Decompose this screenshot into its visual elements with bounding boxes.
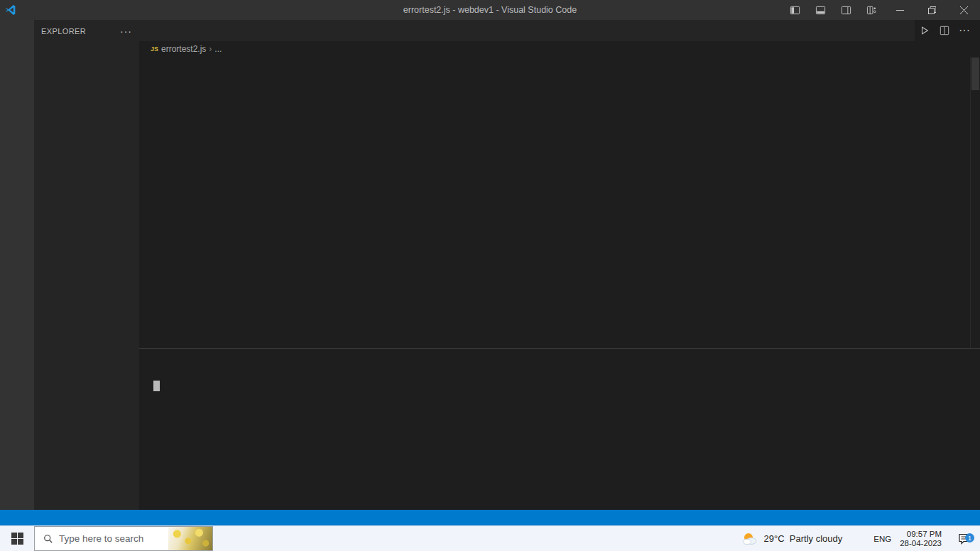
chevron-right-icon: › (209, 44, 212, 54)
terminal-output[interactable] (139, 373, 900, 510)
window-title: errortest2.js - webdev1 - Visual Studio … (403, 5, 577, 15)
tab-bar: ··· (139, 20, 980, 41)
close-button[interactable] (948, 0, 980, 20)
layout-sidebar-icon[interactable] (782, 0, 807, 20)
js-file-icon: JS (149, 45, 160, 53)
layout-secondary-sidebar-icon[interactable] (833, 0, 859, 20)
windows-taskbar: Type here to search 29°C Partly cloudy E… (0, 525, 980, 551)
clock-time: 09:57 PM (900, 530, 942, 539)
code-editor[interactable] (139, 57, 980, 348)
status-bar (0, 510, 980, 525)
explorer-header: EXPLORER (41, 27, 86, 36)
taskbar-search-input[interactable]: Type here to search (34, 526, 213, 551)
start-button[interactable] (0, 526, 34, 551)
bottom-panel (139, 348, 980, 510)
breadcrumb-file[interactable]: errortest2.js (161, 44, 206, 54)
breadcrumb-more[interactable]: ... (214, 44, 222, 54)
taskbar-clock[interactable]: 09:57 PM 28-04-2023 (900, 530, 942, 548)
taskbar-weather[interactable]: 29°C Partly cloudy (741, 531, 843, 547)
title-bar: errortest2.js - webdev1 - Visual Studio … (0, 0, 980, 20)
vscode-logo-icon (0, 4, 21, 16)
search-placeholder: Type here to search (59, 533, 143, 544)
terminal-cursor (153, 381, 160, 391)
minimize-button[interactable] (884, 0, 916, 20)
notification-center-icon[interactable]: 1 (952, 533, 976, 545)
language-indicator[interactable]: ENG (873, 535, 891, 543)
weather-icon (741, 531, 758, 547)
customize-layout-icon[interactable] (859, 0, 884, 20)
search-icon (43, 534, 53, 544)
explorer-sidebar: EXPLORER ··· (34, 20, 139, 510)
weather-temp: 29°C (764, 533, 785, 544)
editor-scrollbar[interactable] (970, 57, 980, 348)
explorer-actions-icon[interactable]: ··· (120, 26, 132, 37)
restore-button[interactable] (916, 0, 948, 20)
run-file-icon[interactable] (915, 20, 935, 41)
more-actions-icon[interactable]: ··· (954, 20, 974, 41)
layout-panel-icon[interactable] (807, 0, 833, 20)
breadcrumb[interactable]: JS errortest2.js › ... (139, 41, 980, 57)
notification-badge: 1 (965, 533, 974, 542)
search-box-image (168, 527, 212, 550)
clock-date: 28-04-2023 (900, 539, 942, 548)
terminal-list (900, 373, 980, 510)
split-editor-icon[interactable] (935, 20, 954, 41)
activity-bar (0, 20, 34, 510)
weather-desc: Partly cloudy (790, 533, 842, 544)
